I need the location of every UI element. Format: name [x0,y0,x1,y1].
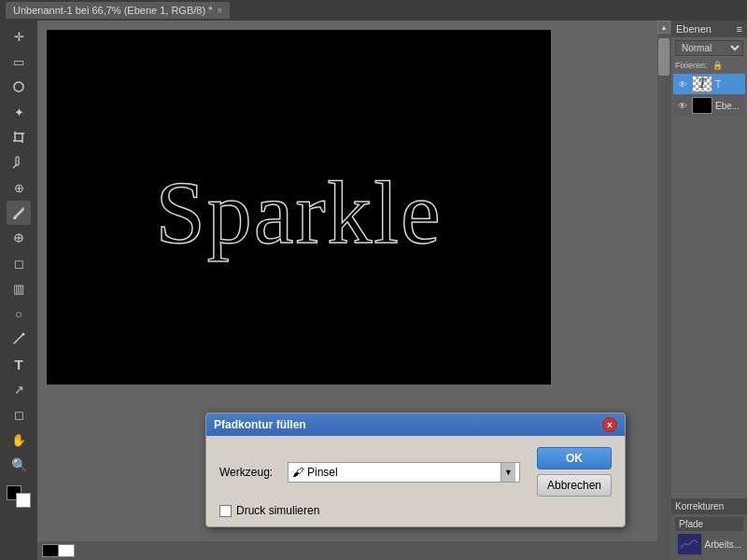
ok-button[interactable]: OK [537,447,612,469]
dialog-tool-icon: 🖌 [292,466,303,479]
svg-point-0 [14,82,23,91]
blend-mode-select[interactable]: Normal [675,40,743,56]
color-swatch-area [7,485,31,508]
tab-label: Unbenannt-1 bei 66,7% (Ebene 1, RGB/8) * [13,5,212,16]
opacity-label: Fixieren: [675,61,708,70]
layers-options-icon[interactable]: ≡ [737,23,742,35]
dialog-tool-value: Pinsel [307,466,500,479]
layers-panel: Ebenen ≡ Normal Fixieren: 🔒 👁 T [671,21,747,498]
marquee-tool[interactable]: ▭ [7,49,31,74]
scroll-up-btn[interactable]: ▲ [657,21,670,34]
crop-tool[interactable] [7,125,31,149]
dialog-tool-select-box[interactable]: 🖌 Pinsel ▼ [288,462,520,483]
svg-point-11 [22,333,25,336]
bottom-strip [37,541,670,560]
lock-icons: 🔒 [712,61,723,70]
paths-label: Pfade [675,517,743,531]
fg-color-swatch[interactable] [42,544,59,557]
corrections-section: Korrekturen [671,498,747,514]
layer-bg-label: Ebe... [715,101,740,111]
svg-line-6 [13,164,17,168]
gradient-tool[interactable]: ▥ [7,276,31,301]
tab-area: Unbenannt-1 bei 66,7% (Ebene 1, RGB/8) *… [6,0,230,21]
layers-header: Ebenen ≡ [671,21,747,37]
dodge-tool[interactable]: ○ [7,301,31,326]
document-tab[interactable]: Unbenannt-1 bei 66,7% (Ebene 1, RGB/8) *… [6,2,230,19]
layer-bg-visibility-eye[interactable]: 👁 [676,99,689,112]
pen-tool[interactable] [7,327,31,351]
left-toolbar: ✛ ▭ ✦ ⊕ ◻ ▥ ○ T ↗ ◻ ✋ 🔍 [0,21,37,560]
dialog-button-group: OK Abbrechen [537,447,612,497]
layer-text-item[interactable]: 👁 T T [673,74,745,94]
dialog-checkbox-row: Druck simulieren [219,504,612,517]
vertical-scrollbar: ▲ ▼ [657,21,670,560]
zoom-tool[interactable]: 🔍 [7,453,31,477]
corrections-label: Korrekturen [671,498,747,514]
dialog-tool-row: Werkzeug: 🖌 Pinsel ▼ OK Abbrechen [219,447,612,497]
main-layout: ✛ ▭ ✦ ⊕ ◻ ▥ ○ T ↗ ◻ ✋ 🔍 [0,21,747,560]
layer-text-label: T [715,79,721,90]
layer-bg-item[interactable]: 👁 Ebe... [673,95,745,116]
type-tool[interactable]: T [7,352,31,376]
opacity-row: Fixieren: 🔒 [671,59,747,72]
dialog-tool-label: Werkzeug: [219,466,280,479]
simulate-pressure-label: Druck simulieren [236,504,319,517]
canvas-image: Sparkle [47,30,551,385]
top-bar: Unbenannt-1 bei 66,7% (Ebene 1, RGB/8) *… [0,0,747,21]
svg-rect-5 [16,157,19,165]
bg-color-swatch[interactable] [58,544,75,557]
canvas-wrapper: Sparkle [47,30,551,385]
blend-mode-row: Normal [671,37,747,59]
path-thumbnail [677,533,702,555]
layer-bg-thumbnail [692,97,712,114]
clone-tool[interactable] [7,226,31,250]
layer-thumbnail: T [692,76,712,92]
hand-tool[interactable]: ✋ [7,427,31,452]
scroll-thumb[interactable] [658,38,669,76]
layers-list: 👁 T T 👁 Ebe... [671,72,747,498]
dialog-title: Pfadkontur füllen [214,418,306,431]
dialog-close-btn[interactable]: × [602,417,617,432]
layers-title: Ebenen [676,23,712,35]
move-tool[interactable]: ✛ [7,24,31,49]
dialog-dropdown-arrow[interactable]: ▼ [500,463,515,482]
shape-tool[interactable]: ◻ [7,402,31,427]
path-item[interactable]: Arbeits... [675,531,743,557]
path-select-tool[interactable]: ↗ [7,377,31,401]
path-item-label: Arbeits... [705,539,741,550]
eyedropper-tool[interactable] [7,150,31,175]
magic-wand-tool[interactable]: ✦ [7,100,31,124]
paths-section: Pfade Arbeits... [671,514,747,560]
fill-path-dialog: Pfadkontur füllen × Werkzeug: 🖌 Pinsel ▼… [205,413,626,527]
lasso-tool[interactable] [7,75,31,99]
sparkle-text: Sparkle [155,161,442,264]
brush-tool[interactable] [7,201,31,225]
simulate-pressure-checkbox[interactable] [219,505,232,517]
eraser-tool[interactable]: ◻ [7,251,31,275]
right-panel: Ebenen ≡ Normal Fixieren: 🔒 👁 T [670,21,747,560]
dialog-body: Werkzeug: 🖌 Pinsel ▼ OK Abbrechen Druck … [206,436,625,526]
background-color[interactable] [16,493,31,508]
cancel-button[interactable]: Abbrechen [537,474,612,497]
healing-tool[interactable]: ⊕ [7,175,31,200]
tab-close-btn[interactable]: × [217,6,222,16]
dialog-titlebar: Pfadkontur füllen × [206,413,625,436]
layer-visibility-eye[interactable]: 👁 [676,77,689,91]
